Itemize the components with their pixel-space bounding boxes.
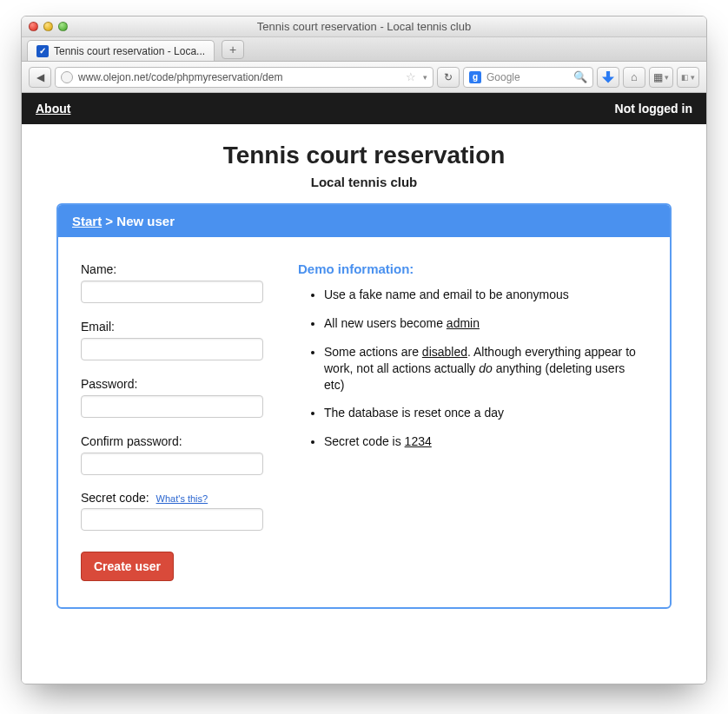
search-placeholder: Google (486, 71, 568, 83)
confirm-password-input[interactable] (81, 453, 263, 475)
create-user-button[interactable]: Create user (81, 552, 174, 581)
list-item: Some actions are disabled. Although ever… (324, 344, 647, 393)
breadcrumb: Start > New user (58, 205, 670, 237)
main-card: Start > New user Name: Email: Password: (56, 203, 672, 609)
url-text: www.olejon.net/code/phpmyreservation/dem (78, 71, 400, 83)
back-icon: ◀ (36, 71, 44, 83)
home-button[interactable]: ⌂ (623, 67, 645, 88)
page-content: About Not logged in Tennis court reserva… (22, 93, 706, 684)
list-item: The database is reset once a day (324, 405, 647, 421)
new-tab-button[interactable]: + (222, 40, 244, 59)
download-icon (602, 71, 614, 83)
minimize-window-button[interactable] (43, 22, 53, 31)
secret-label: Secret code: (81, 491, 149, 505)
email-label: Email: (81, 320, 115, 334)
search-icon[interactable]: 🔍 (573, 70, 587, 83)
window-titlebar: Tennis court reservation - Local tennis … (22, 17, 706, 37)
info-column: Demo information: Use a fake name and em… (298, 261, 647, 581)
list-item: Use a fake name and email to be anonymou… (324, 287, 647, 303)
bookmarks-icon: ▦ (653, 71, 663, 83)
browser-tab[interactable]: ✓ Tennis court reservation - Loca... (27, 40, 215, 61)
page-header: Tennis court reservation Local tennis cl… (22, 142, 706, 189)
reload-button[interactable]: ↻ (437, 67, 460, 88)
url-bar[interactable]: www.olejon.net/code/phpmyreservation/dem… (55, 67, 433, 88)
whats-this-link[interactable]: What's this? (156, 493, 208, 504)
breadcrumb-sep: > (102, 214, 116, 228)
field-password: Password: (81, 376, 272, 418)
chevron-down-icon: ▾ (665, 73, 669, 82)
email-input[interactable] (81, 338, 263, 360)
page-title: Tennis court reservation (22, 142, 706, 169)
password-label: Password: (81, 377, 137, 391)
browser-toolbar: ◀ www.olejon.net/code/phpmyreservation/d… (22, 62, 706, 93)
history-dropdown-icon[interactable]: ▾ (423, 73, 427, 82)
password-input[interactable] (81, 395, 263, 418)
google-icon: g (469, 71, 481, 83)
list-item: All new users become admin (324, 315, 647, 332)
browser-window: Tennis court reservation - Local tennis … (21, 16, 707, 684)
globe-icon (61, 71, 73, 83)
info-list: Use a fake name and email to be anonymou… (298, 287, 647, 450)
field-email: Email: (81, 319, 272, 360)
downloads-button[interactable] (597, 67, 619, 88)
app-topbar: About Not logged in (22, 93, 706, 124)
name-label: Name: (81, 262, 116, 276)
field-confirm: Confirm password: (81, 433, 272, 475)
confirm-label: Confirm password: (81, 434, 182, 448)
page-subtitle: Local tennis club (22, 175, 706, 189)
chevron-down-icon: ▾ (691, 73, 695, 82)
bookmarks-button[interactable]: ▦▾ (649, 67, 673, 88)
about-link[interactable]: About (36, 102, 70, 116)
zoom-window-button[interactable] (58, 22, 68, 31)
reload-icon: ↻ (444, 71, 453, 83)
field-name: Name: (81, 261, 272, 303)
secret-code-input[interactable] (81, 508, 263, 531)
info-heading: Demo information: (298, 261, 647, 276)
login-status: Not logged in (615, 102, 692, 116)
close-window-button[interactable] (29, 22, 38, 31)
favicon-icon: ✓ (36, 45, 49, 57)
share-button[interactable]: ◧▾ (677, 67, 699, 88)
name-input[interactable] (81, 281, 263, 303)
form-column: Name: Email: Password: Confirm password: (81, 261, 272, 581)
card-body: Name: Email: Password: Confirm password: (58, 237, 670, 607)
tab-bar: ✓ Tennis court reservation - Loca... + (22, 37, 706, 62)
home-icon: ⌂ (631, 70, 638, 83)
field-secret: Secret code: What's this? (81, 491, 272, 531)
breadcrumb-current: New user (116, 214, 175, 228)
share-icon: ◧ (681, 73, 689, 82)
traffic-lights (29, 22, 68, 31)
list-item: Secret code is 1234 (324, 433, 647, 450)
star-icon[interactable]: ☆ (406, 70, 416, 83)
window-title: Tennis court reservation - Local tennis … (22, 20, 706, 33)
search-box[interactable]: g Google 🔍 (463, 67, 593, 88)
back-button[interactable]: ◀ (29, 67, 51, 88)
breadcrumb-start-link[interactable]: Start (72, 214, 102, 228)
tab-label: Tennis court reservation - Loca... (54, 45, 205, 57)
